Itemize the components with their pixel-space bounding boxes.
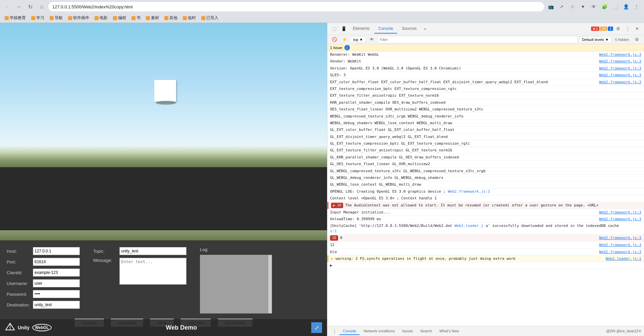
console-link[interactable]: Web2.framework.js:3 (599, 59, 641, 64)
console-link[interactable]: Web2.framework.js:3 (599, 73, 641, 78)
console-line: GL_EXT_disjoint_timer_query_webgl2 GL_EX… (327, 134, 644, 140)
console-link[interactable]: Web2.framework.js:3 (599, 66, 641, 71)
username-input[interactable] (33, 279, 80, 287)
clear-console-button[interactable]: 🚫 (330, 35, 339, 44)
settings-icon[interactable]: ⚙ (614, 25, 623, 33)
destination-input[interactable] (33, 301, 80, 309)
unity-cache-link[interactable]: Web2.loader.js:1 (330, 224, 483, 233)
puzzle-icon[interactable]: 🧩 (600, 2, 609, 11)
back-button[interactable]: ← (3, 2, 12, 11)
info-badge: 1 (608, 27, 613, 31)
topic-input[interactable] (119, 247, 186, 255)
inspect-element-button[interactable]: ⬚ (330, 25, 339, 33)
bookmark-label: 其他 (169, 15, 177, 21)
tab-elements[interactable]: Elements (349, 24, 374, 34)
console-link[interactable]: Web2.framework.js:3 (599, 52, 641, 57)
bottom-tab-whats-new[interactable]: What's New (436, 328, 462, 335)
preserve-log-button[interactable]: ⚡ (340, 35, 349, 44)
bookmark-软件插件[interactable]: 软件插件 (66, 14, 91, 21)
console-output[interactable]: Renderer: WebKit WebGL Web2.framework.js… (327, 51, 644, 326)
unity-text: Unity (18, 325, 30, 330)
twitter-handle: @DN @ice_bear22✕ (606, 329, 641, 333)
bookmark-学校教育[interactable]: 学校教育 (3, 14, 28, 21)
bookmark-已导入[interactable]: 已导入 (199, 14, 220, 21)
console-line: ▶ (327, 262, 644, 269)
refresh-button[interactable]: ↻ (25, 2, 35, 11)
bottom-tab-console[interactable]: Console (339, 328, 360, 335)
bookmark-素材[interactable]: 素材 (144, 14, 161, 21)
error-badge: ⊗ 1 (591, 27, 600, 31)
console-filter-input[interactable] (377, 36, 578, 43)
cast-icon[interactable]: 📺 (546, 2, 555, 11)
console-text: The AudioContext was not allowed to star… (345, 203, 641, 208)
menu-icon[interactable]: ⋮ (632, 2, 641, 11)
console-link[interactable]: Web2.framework.js:3 (599, 80, 641, 85)
bookmark-临时[interactable]: 临时 (181, 14, 198, 21)
console-text: EXT_texture_compression_bptc EXT_texture… (330, 86, 641, 91)
home-button[interactable]: ⌂ (37, 2, 46, 11)
top-context-button[interactable]: top ▼ (350, 37, 366, 43)
bookmark-其他[interactable]: 其他 (162, 14, 179, 21)
console-text: 0 (340, 235, 596, 240)
console-text: Context level <OpenGL ES 3.0> ; Context … (330, 196, 641, 201)
console-line: GLES: 3 Web2.framework.js:3 (327, 72, 644, 79)
console-link[interactable]: Web2.framework.js:3 (599, 210, 641, 215)
warning-badge: 10 (600, 27, 607, 31)
tab-console[interactable]: Console (374, 24, 397, 34)
fullscreen-button[interactable]: ⤢ (311, 322, 322, 333)
unity-canvas[interactable]: Host: Port: Clientld: Username: (0, 23, 327, 336)
unity-form: Host: Port: Clientld: Username: (7, 247, 320, 314)
bookmark-导航[interactable]: 导航 (48, 14, 65, 21)
console-text: Version: OpenGL ES 3.0 (WebGL 2.0 (OpenG… (330, 66, 596, 71)
bookmark-编程[interactable]: 编程 (111, 14, 128, 21)
eye-extension-icon[interactable]: 👁 (589, 2, 598, 11)
eye-icon[interactable]: 👁 (367, 35, 376, 44)
console-text: WEBGL_debug_shaders WEBGL_lose_context W… (330, 121, 641, 126)
console-text: GL_KHR_parallel_shader_compile GL_OES_dr… (330, 155, 641, 160)
folder-icon (131, 16, 136, 20)
address-bar[interactable] (48, 2, 544, 11)
tab-sources[interactable]: Sources (398, 24, 421, 34)
top-label: top (353, 38, 358, 42)
bottom-tab-issues[interactable]: Issues (399, 328, 416, 335)
clientid-input[interactable] (33, 269, 80, 277)
responsive-mode-button[interactable]: 📱 (339, 25, 348, 33)
password-input[interactable] (33, 290, 80, 298)
console-link[interactable]: Web2.framework.js:3 (599, 217, 641, 222)
bookmark-电影[interactable]: 电影 (93, 14, 110, 21)
folder-icon (201, 16, 205, 20)
settings-filter-icon[interactable]: ⚙ (633, 35, 641, 44)
log-scrollbar[interactable] (268, 255, 272, 313)
message-textarea[interactable] (119, 258, 186, 285)
default-levels-label: Default levels (582, 38, 604, 42)
bookmark-icon[interactable]: ☆ (568, 2, 577, 11)
close-devtools-button[interactable]: ✕ (633, 25, 641, 33)
console-link[interactable]: Web2.framework.js:3 (599, 249, 641, 254)
profile-icon[interactable]: 👤 (621, 2, 631, 11)
bookmark-学习[interactable]: 学习 (29, 14, 46, 21)
console-text: Renderer: WebKit WebGL (330, 52, 596, 57)
bottom-more-options[interactable]: ⋮ (330, 327, 339, 336)
more-tabs-button[interactable]: » (421, 25, 429, 33)
webgl-logo: WebGL (32, 324, 52, 331)
extension-icon[interactable]: ▼ (578, 2, 588, 11)
bookmark-书[interactable]: 书 (129, 14, 143, 21)
devtools-toolbar: ⬚ 📱 Elements Console Sources » ⊗ 1 10 1 … (327, 23, 644, 35)
default-levels-button[interactable]: Default levels ▼ (579, 37, 612, 43)
devtools-more-button[interactable]: ⋮ (623, 25, 632, 33)
host-label: Host: (7, 249, 30, 254)
console-link[interactable]: Web2.framework.js:3 (599, 235, 641, 240)
forward-button[interactable]: → (14, 2, 23, 11)
port-input[interactable] (33, 258, 80, 266)
console-link[interactable]: Web2.loader.js:1 (606, 256, 641, 261)
window-icon[interactable]: ⬜ (610, 2, 620, 11)
share-icon[interactable]: ↗ (557, 2, 566, 11)
bottom-tab-search[interactable]: Search (417, 328, 435, 335)
host-input[interactable] (33, 247, 80, 255)
username-label: Username: (7, 281, 30, 286)
username-row: Username: (7, 279, 80, 287)
bookmark-label: 软件插件 (73, 15, 89, 21)
console-link[interactable]: Web2.framework.js:3 (599, 242, 641, 247)
console-line: EXT_texture_filter_anisotropic EXT_textu… (327, 92, 644, 99)
bottom-tab-network-conditions[interactable]: Network conditions (360, 328, 398, 335)
